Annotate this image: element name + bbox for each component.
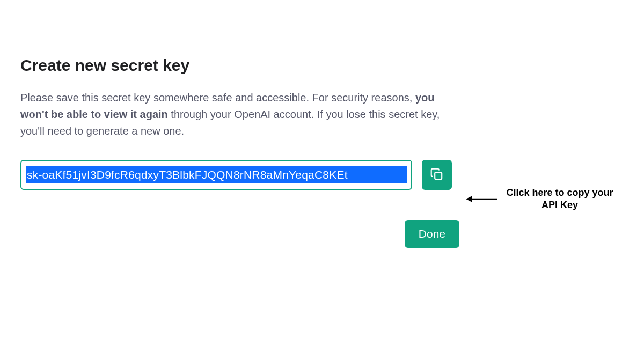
- dialog-title: Create new secret key: [20, 56, 460, 75]
- copy-icon: [430, 167, 444, 183]
- api-key-input[interactable]: [26, 166, 407, 183]
- copy-annotation: Click here to copy your API Key: [466, 187, 616, 212]
- arrow-left-icon: [466, 193, 498, 205]
- svg-rect-0: [435, 172, 442, 179]
- done-button[interactable]: Done: [405, 220, 459, 248]
- svg-marker-2: [466, 196, 472, 202]
- description-pre: Please save this secret key somewhere sa…: [20, 92, 415, 104]
- copy-button[interactable]: [422, 160, 452, 190]
- dialog-description: Please save this secret key somewhere sa…: [20, 90, 460, 139]
- api-key-row: [20, 160, 460, 190]
- api-key-input-wrap: [20, 160, 412, 190]
- done-row: Done: [20, 220, 459, 248]
- annotation-text: Click here to copy your API Key: [503, 187, 616, 212]
- create-secret-key-dialog: Create new secret key Please save this s…: [20, 56, 460, 248]
